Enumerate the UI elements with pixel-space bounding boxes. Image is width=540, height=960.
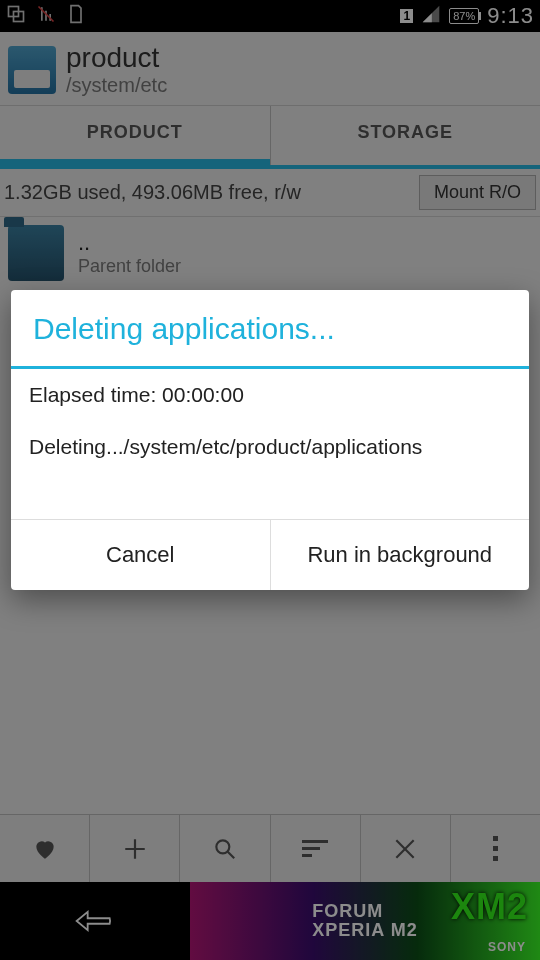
progress-path: Deleting.../system/etc/product/applicati…: [29, 435, 511, 459]
delete-progress-dialog: Deleting applications... Elapsed time: 0…: [11, 290, 529, 590]
dialog-title: Deleting applications...: [11, 290, 529, 366]
elapsed-time: Elapsed time: 00:00:00: [29, 383, 511, 407]
cancel-button[interactable]: Cancel: [11, 520, 270, 590]
run-in-background-button[interactable]: Run in background: [271, 520, 530, 590]
